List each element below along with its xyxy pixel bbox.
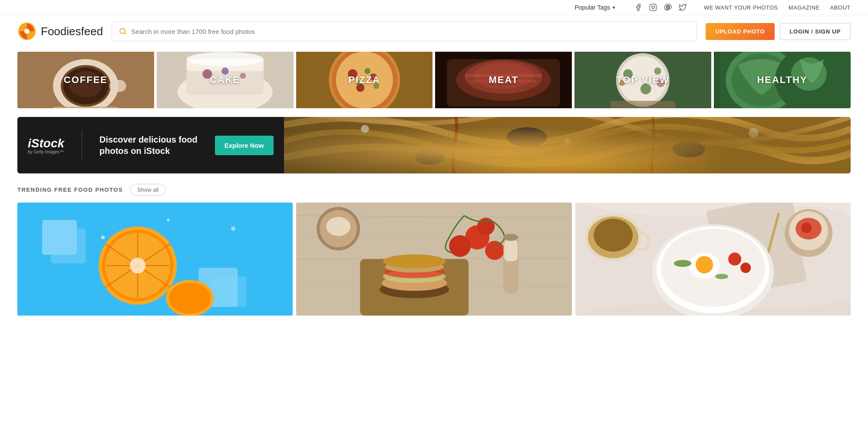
svg-point-106: [594, 219, 633, 252]
category-item-cake[interactable]: CAKE: [157, 52, 294, 108]
category-label-coffee: COFFEE: [17, 52, 154, 108]
about-link[interactable]: ABOUT: [830, 4, 851, 11]
svg-rect-64: [51, 229, 86, 263]
popular-tags-label: Popular Tags: [575, 4, 610, 11]
svg-point-1: [652, 6, 654, 9]
category-item-meat[interactable]: MEAT: [435, 52, 572, 108]
ad-cta-button[interactable]: Explore Now: [215, 136, 274, 155]
svg-rect-0: [650, 4, 656, 11]
istock-logo: iStock by Getty Images™: [28, 136, 64, 154]
ad-food-image: [284, 117, 851, 173]
ad-content: iStock by Getty Images™ Discover delicio…: [17, 117, 284, 173]
search-icon: [119, 27, 127, 35]
main-header: Foodiesfeed UPLOAD PHOTO LOGIN / SIGN UP: [0, 15, 868, 47]
trending-header: TRENDING FREE FOOD PHOTOS Show all: [17, 184, 851, 196]
category-grid: COFFEE CAKE: [17, 52, 851, 108]
svg-point-115: [740, 263, 751, 273]
photo-item-burger[interactable]: [296, 203, 571, 316]
we-want-photos-link[interactable]: WE WANT YOUR PHOTOS: [704, 4, 778, 11]
photo-item-breakfast[interactable]: [575, 203, 851, 316]
category-item-topview[interactable]: TOP VIEW: [574, 52, 711, 108]
svg-point-90: [449, 235, 471, 257]
svg-point-114: [728, 253, 741, 266]
logo[interactable]: Foodiesfeed: [17, 22, 103, 41]
chevron-down-icon: ▾: [613, 5, 615, 10]
photo-grid: [17, 203, 851, 316]
svg-point-79: [169, 283, 211, 314]
istock-brand: iStock: [28, 136, 64, 150]
photo-item-citrus[interactable]: [17, 203, 293, 316]
magazine-link[interactable]: MAGAZINE: [789, 4, 820, 11]
svg-point-113: [696, 256, 713, 273]
category-item-coffee[interactable]: COFFEE: [17, 52, 154, 108]
facebook-icon[interactable]: [634, 3, 642, 11]
photo-col-1: [17, 203, 293, 316]
trending-title: TRENDING FREE FOOD PHOTOS: [17, 186, 123, 193]
category-item-healthy[interactable]: HEALTHY: [714, 52, 851, 108]
svg-point-2: [654, 5, 655, 6]
trending-section: TRENDING FREE FOOD PHOTOS Show all: [0, 184, 868, 316]
twitter-icon[interactable]: [679, 3, 686, 11]
ad-headline: Discover delicious foodphotos on iStock: [99, 134, 198, 156]
ad-divider: [82, 130, 82, 160]
svg-point-91: [485, 241, 504, 260]
svg-point-77: [130, 258, 145, 273]
pinterest-icon[interactable]: [664, 3, 672, 11]
logo-text: Foodiesfeed: [41, 25, 103, 38]
show-all-button[interactable]: Show all: [130, 184, 166, 196]
popular-tags-menu[interactable]: Popular Tags ▾: [575, 4, 615, 11]
login-signup-button[interactable]: LOGIN / SIGN UP: [780, 23, 851, 40]
search-bar: [112, 21, 697, 41]
logo-icon: [17, 22, 36, 41]
svg-rect-94: [504, 240, 518, 261]
category-label-cake: CAKE: [157, 52, 294, 108]
svg-point-95: [503, 234, 518, 241]
header-actions: UPLOAD PHOTO LOGIN / SIGN UP: [706, 23, 851, 40]
ad-banner: iStock by Getty Images™ Discover delicio…: [17, 117, 851, 173]
svg-point-5: [120, 28, 125, 33]
category-label-pizza: PIZZA: [296, 52, 433, 108]
svg-point-88: [326, 217, 350, 236]
category-label-healthy: HEALTHY: [714, 52, 851, 108]
photo-col-3: [575, 203, 851, 316]
svg-point-4: [24, 29, 30, 34]
instagram-icon[interactable]: [649, 3, 657, 11]
category-label-topview: TOP VIEW: [574, 52, 711, 108]
social-links: [634, 3, 686, 11]
category-label-meat: MEAT: [435, 52, 572, 108]
photo-col-2: [296, 203, 571, 316]
svg-point-117: [715, 274, 728, 279]
top-nav: Popular Tags ▾ WE WANT YOUR PHOTOS MAGAZ…: [0, 0, 868, 15]
svg-point-69: [231, 226, 235, 231]
svg-point-116: [674, 260, 691, 267]
upload-photo-button[interactable]: UPLOAD PHOTO: [706, 23, 774, 40]
svg-point-102: [383, 254, 446, 268]
svg-point-67: [101, 236, 105, 239]
svg-point-68: [167, 219, 169, 221]
svg-rect-66: [211, 276, 246, 307]
search-input[interactable]: [131, 28, 690, 35]
svg-line-6: [125, 33, 126, 34]
svg-point-121: [801, 223, 812, 233]
category-item-pizza[interactable]: PIZZA: [296, 52, 433, 108]
top-nav-links: WE WANT YOUR PHOTOS MAGAZINE ABOUT: [704, 4, 851, 11]
istock-sub: by Getty Images™: [28, 150, 64, 154]
